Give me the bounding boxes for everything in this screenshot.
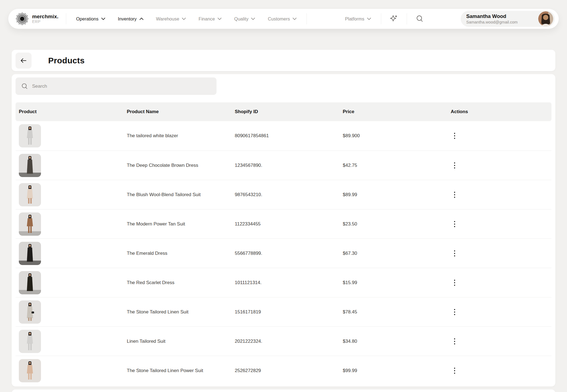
chevron-down-icon [293,18,297,20]
product-image-cell[interactable] [16,154,123,177]
column-header-product-name: Product Name [123,109,231,115]
price-cell: $67.30 [339,251,447,256]
product-photo-figure [19,154,41,177]
product-photo-figure [19,300,41,324]
nav-item-finance[interactable]: Finance [199,16,221,22]
shopify-id-cell: 9876543210. [231,192,339,198]
search-input[interactable] [32,84,211,89]
price-cell: $42.75 [339,163,447,168]
top-navbar: merchmix. ERP OperationsInventoryWarehou… [8,9,559,29]
shopify-id-cell: 1516171819 [231,309,339,315]
search-icon [415,14,424,23]
table-row: The Blush Wool-Blend Tailored Suit 98765… [16,180,551,209]
shopify-id-cell: 2526272829 [231,368,339,373]
chevron-up-icon [140,18,143,20]
search-button[interactable] [407,12,432,25]
product-image-cell[interactable] [16,242,123,265]
nav-item-customers[interactable]: Customers [268,16,297,22]
actions-cell [447,220,551,228]
user-name: Samantha Wood [466,13,538,19]
chevron-down-icon [218,18,221,20]
table-header: Product Product Name Shopify ID Price Ac… [16,102,551,121]
product-name-cell: Linen Tailored Suit [123,339,231,344]
products-card: Product Product Name Shopify ID Price Ac… [12,74,555,386]
product-photo-figure [19,183,41,206]
product-photo-figure [19,330,41,353]
brand[interactable]: merchmix. ERP [16,12,66,25]
nav-item-label: Quality [234,16,248,22]
product-image-cell[interactable] [16,212,123,236]
nav-item-warehouse[interactable]: Warehouse [156,16,186,22]
actions-cell [447,308,551,316]
user-email: Samantha.wood@gmail.com [466,20,538,25]
product-image-cell[interactable] [16,330,123,353]
table-row: The Modern Power Tan Suit 1122334455 $23… [16,209,551,238]
price-cell: $89.900 [339,133,447,139]
ai-sparkles-button[interactable] [381,12,407,25]
nav-item-label: Customers [268,16,290,22]
row-actions-menu-button[interactable] [451,367,458,375]
nav-item-label: Finance [199,16,215,22]
actions-cell [447,161,551,170]
page-header: Products [12,50,555,71]
product-name-cell: The Emerald Dress [123,251,231,256]
product-name-cell: The Deep Chocolate Brown Dress [123,163,231,168]
table-row: The Emerald Dress 5566778899. $67.30 [16,238,551,268]
product-name-cell: The tailored white blazer [123,133,231,139]
back-button[interactable] [16,53,32,69]
price-cell: $34.80 [339,339,447,344]
table-search[interactable] [16,77,217,95]
row-actions-menu-button[interactable] [451,337,458,346]
actions-cell [447,132,551,140]
nav-item-label: Inventory [118,16,137,22]
table-body: The tailored white blazer 8090617854861 … [16,121,551,385]
product-image-cell[interactable] [16,124,123,147]
page-title: Products [48,56,85,65]
product-photo-figure [19,124,41,147]
avatar [538,11,553,26]
row-actions-menu-button[interactable] [451,161,458,170]
shopify-id-cell: 1122334455 [231,221,339,227]
product-photo-figure [19,359,41,382]
product-name-cell: The Stone Tailored Linen Power Suit [123,368,231,373]
sparkles-icon [389,14,399,24]
column-header-actions: Actions [447,109,551,115]
product-name-cell: The Blush Wool-Blend Tailored Suit [123,192,231,198]
table-row: The Stone Tailored Linen Power Suit 2526… [16,356,551,385]
actions-cell [447,337,551,346]
price-cell: $89.99 [339,192,447,198]
shopify-id-cell: 1011121314. [231,280,339,285]
nav-item-label: Operations [76,16,99,22]
product-image-cell[interactable] [16,300,123,324]
divider [306,13,307,24]
nav-item-inventory[interactable]: Inventory [118,16,143,22]
column-header-product: Product [16,109,123,115]
product-photo-figure [19,271,41,294]
product-image-cell[interactable] [16,359,123,382]
row-actions-menu-button[interactable] [451,249,458,258]
actions-cell [447,279,551,287]
row-actions-menu-button[interactable] [451,191,458,199]
product-name-cell: The Modern Power Tan Suit [123,221,231,227]
starburst-icon [16,12,29,25]
row-actions-menu-button[interactable] [451,279,458,287]
chevron-down-icon [367,18,371,20]
table-row: Linen Tailored Suit 2021222324. $34.80 [16,326,551,356]
nav-item-operations[interactable]: Operations [76,16,105,22]
row-actions-menu-button[interactable] [451,132,458,140]
row-actions-menu-button[interactable] [451,308,458,316]
product-image-cell[interactable] [16,183,123,206]
price-cell: $78.45 [339,309,447,315]
nav-item-platforms[interactable]: Platforms [345,16,371,22]
user-profile-chip[interactable]: Samantha Wood Samantha.wood@gmail.com [461,11,555,27]
table-row: The Deep Chocolate Brown Dress 123456789… [16,150,551,180]
nav-item-quality[interactable]: Quality [234,16,255,22]
table-row: The tailored white blazer 8090617854861 … [16,121,551,150]
row-actions-menu-button[interactable] [451,220,458,228]
nav-items-primary: OperationsInventoryWarehouseFinanceQuali… [66,16,306,22]
product-image-cell[interactable] [16,271,123,294]
chevron-down-icon [101,18,105,20]
product-name-cell: The Red Scarlet Dress [123,280,231,285]
shopify-id-cell: 1234567890. [231,163,339,168]
price-cell: $99.99 [339,368,447,373]
